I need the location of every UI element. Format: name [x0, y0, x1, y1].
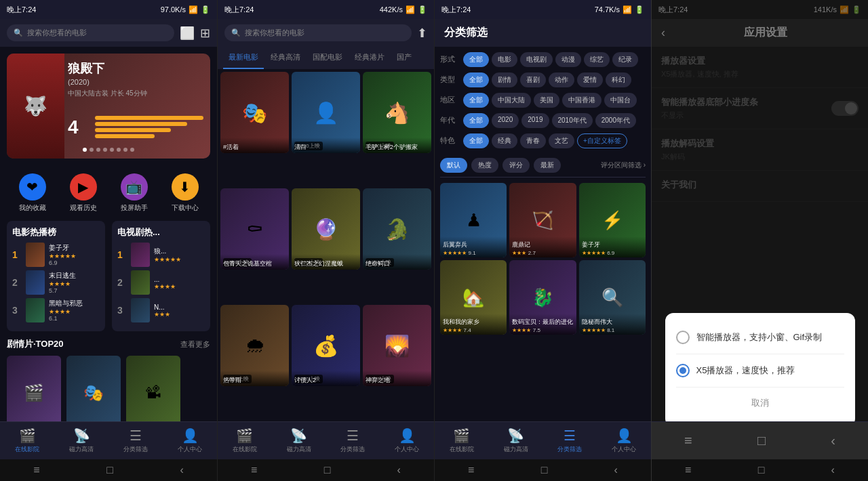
- movie-thumb-5[interactable]: 🔮 2020上映 狄仁杰之幻涅魔蛾: [292, 188, 360, 270]
- tag-2020[interactable]: 2020: [492, 113, 519, 128]
- tag-variety[interactable]: 综艺: [584, 52, 610, 67]
- sys-menu-3[interactable]: ≡: [468, 464, 474, 476]
- mf-item-4[interactable]: 🏡 我和我的家乡 ★★★★ 7.4: [440, 260, 507, 335]
- nav-cast[interactable]: 📺 投屏助手: [121, 173, 148, 213]
- mf-item-5[interactable]: 🐉 数码宝贝：最后的进化 ★★★★ 7.5: [509, 260, 576, 335]
- hero-card[interactable]: 🐺 狼殿下 (2020) 中国大陆古装 片长 45分钟 4: [7, 54, 210, 159]
- sys-home-4[interactable]: □: [758, 464, 765, 476]
- movie-thumb-2[interactable]: 👤 2020上映 清白: [292, 72, 360, 153]
- mf-item-2[interactable]: 🏹 鹿鼎记 ★★★ 2.7: [509, 183, 576, 257]
- dialog-option-1[interactable]: 智能播放器，支持小窗、Gif录制: [676, 324, 844, 351]
- movie-thumb-1[interactable]: 🎭 #活着: [220, 72, 289, 153]
- tv-rank-3[interactable]: 3 N... ★★★: [117, 298, 205, 322]
- drama-item-2[interactable]: 🎭: [66, 356, 121, 421]
- tag-2010s[interactable]: 2010年代: [552, 113, 593, 128]
- dot-1[interactable]: [83, 148, 87, 152]
- bnav-profile-1[interactable]: 👤 个人中心: [178, 427, 202, 454]
- bnav-back-4[interactable]: ‹: [831, 433, 835, 448]
- bnav-filter-1[interactable]: ☰ 分类筛选: [123, 427, 148, 454]
- tag-classic[interactable]: 经典: [492, 133, 517, 148]
- bnav-profile-2[interactable]: 👤 个人中心: [395, 427, 419, 454]
- drama-more[interactable]: 查看更多: [180, 339, 210, 350]
- movie-thumb-9[interactable]: 🌄 2020上映 神弃之地: [363, 305, 431, 386]
- movie-thumb-8[interactable]: 💰 2020上映 讨债人2: [292, 305, 360, 386]
- tag-all-feature[interactable]: 全部: [463, 133, 489, 148]
- tag-romance[interactable]: 爱情: [577, 72, 603, 87]
- bnav-cinema-1[interactable]: 🎬 在线影院: [15, 427, 39, 454]
- rank-item-2[interactable]: 2 末日逃生 ★★★★ 5.7: [12, 270, 100, 295]
- bnav-filter-2[interactable]: ☰ 分类筛选: [340, 427, 365, 454]
- tag-doc[interactable]: 纪录: [612, 52, 638, 67]
- tag-anime[interactable]: 动漫: [555, 52, 581, 67]
- drama-item-3[interactable]: 📽: [126, 356, 180, 421]
- tab-dubbed[interactable]: 国配电影: [307, 47, 348, 69]
- tag-custom[interactable]: +自定义标签: [577, 133, 627, 148]
- dot-3[interactable]: [96, 148, 100, 152]
- dot-7[interactable]: [123, 148, 127, 152]
- mf-item-3[interactable]: ⚡ 姜子牙 ★★★★★ 6.9: [579, 183, 646, 257]
- dot-8[interactable]: [130, 148, 134, 152]
- mf-item-1[interactable]: ♟ 后翼弃兵 ★★★★★ 9.1: [440, 183, 507, 257]
- bnav-cinema-2[interactable]: 🎬 在线影院: [233, 427, 257, 454]
- sys-home-1[interactable]: □: [106, 464, 113, 476]
- sys-back-4[interactable]: ‹: [831, 464, 835, 476]
- tag-tv[interactable]: 电视剧: [520, 52, 553, 67]
- tag-taiwan[interactable]: 中国台: [604, 93, 637, 108]
- tag-mainland[interactable]: 中国大陆: [492, 93, 531, 108]
- tab-hk[interactable]: 经典港片: [349, 47, 390, 69]
- search-input-wrap-2[interactable]: 🔍 搜索你想看的电影: [224, 24, 412, 41]
- sys-menu-4[interactable]: ≡: [685, 464, 691, 476]
- sys-menu-2[interactable]: ≡: [251, 464, 257, 476]
- tab-classic-hd[interactable]: 经典高清: [265, 47, 306, 69]
- tag-all-genre[interactable]: 全部: [463, 72, 489, 87]
- nav-history[interactable]: ▶ 观看历史: [70, 173, 97, 213]
- tag-movie[interactable]: 电影: [492, 52, 517, 67]
- movie-thumb-7[interactable]: 🌧 2019上映 热带雨: [220, 305, 289, 386]
- sys-back-1[interactable]: ‹: [180, 464, 183, 476]
- tv-rank-2[interactable]: 2 ... ★★★★: [117, 270, 205, 295]
- tag-youth[interactable]: 青春: [520, 133, 546, 148]
- sort-latest[interactable]: 最新: [534, 158, 561, 173]
- sys-home-2[interactable]: □: [324, 464, 331, 476]
- tag-all-region[interactable]: 全部: [463, 93, 489, 108]
- movie-thumb-3[interactable]: 🐴 2020上映 毛驴上树2个驴搬家: [363, 72, 431, 153]
- sort-rating[interactable]: 评分: [502, 158, 530, 173]
- bnav-menu-4[interactable]: ≡: [684, 433, 692, 448]
- bnav-hd-3[interactable]: 📡 磁力高清: [504, 427, 528, 454]
- sys-menu-1[interactable]: ≡: [33, 464, 39, 476]
- bnav-cinema-3[interactable]: 🎬 在线影院: [450, 427, 474, 454]
- tab-domestic[interactable]: 国产: [391, 47, 417, 69]
- tag-art[interactable]: 文艺: [549, 133, 574, 148]
- tag-scifi[interactable]: 科幻: [606, 72, 631, 87]
- tag-action[interactable]: 动作: [549, 72, 574, 87]
- sys-home-3[interactable]: □: [541, 464, 548, 476]
- tag-hk[interactable]: 中国香港: [562, 93, 601, 108]
- scan-icon-1[interactable]: ⬜: [180, 26, 195, 41]
- dot-4[interactable]: [103, 148, 107, 152]
- upload-icon-2[interactable]: ⬆: [417, 26, 427, 41]
- tag-all-type[interactable]: 全部: [463, 52, 489, 67]
- tag-all-year[interactable]: 全部: [463, 113, 489, 128]
- dialog-cancel-btn[interactable]: 取消: [676, 390, 844, 416]
- sys-back-2[interactable]: ‹: [397, 464, 401, 476]
- mf-item-6[interactable]: 🔍 隐秘而伟大 ★★★★★ 8.1: [579, 260, 646, 335]
- tv-rank-1[interactable]: 1 狼... ★★★★★: [117, 243, 205, 267]
- bnav-hd-2[interactable]: 📡 磁力高清: [287, 427, 311, 454]
- search-input-wrap-1[interactable]: 🔍 搜索你想看的电影: [7, 24, 174, 41]
- tag-2000s[interactable]: 2000年代: [595, 113, 636, 128]
- tag-comedy[interactable]: 喜剧: [520, 72, 546, 87]
- nav-favorites[interactable]: ❤ 我的收藏: [19, 173, 46, 213]
- bnav-home-4[interactable]: □: [757, 433, 766, 448]
- movie-thumb-6[interactable]: 🐊 2020上映 绝命鳄口: [363, 188, 431, 270]
- tag-drama[interactable]: 剧情: [492, 72, 517, 87]
- rank-item-3[interactable]: 3 黑暗与邪恶 ★★★★ 6.1: [12, 298, 100, 322]
- dialog-option-2[interactable]: X5播放器，速度快，推荐: [676, 357, 844, 384]
- tag-usa[interactable]: 美国: [534, 93, 559, 108]
- bnav-hd-1[interactable]: 📡 磁力高清: [69, 427, 94, 454]
- drama-item-1[interactable]: 🎬: [7, 356, 61, 421]
- movie-thumb-4[interactable]: ⚰ 2019上映 包青天之诡墓空棺: [220, 188, 289, 270]
- grid-icon-1[interactable]: ⊞: [200, 26, 210, 41]
- bnav-profile-3[interactable]: 👤 个人中心: [612, 427, 636, 454]
- sort-default[interactable]: 默认: [440, 158, 467, 173]
- tab-latest[interactable]: 最新电影: [223, 47, 264, 69]
